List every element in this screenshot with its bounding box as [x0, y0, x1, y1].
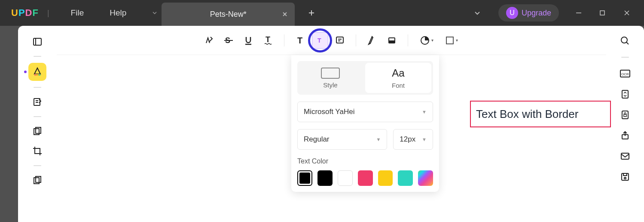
maximize-button[interactable] [599, 10, 617, 16]
page-textbox[interactable]: Text Box with Border [470, 101, 611, 127]
color-swatch-selected[interactable] [297, 170, 312, 186]
annotation-toolbar: S T T T [57, 26, 606, 55]
annotate-mode-icon[interactable] [28, 63, 46, 81]
svg-rect-0 [600, 11, 604, 15]
right-sidebar: OCR [606, 26, 644, 222]
email-icon[interactable] [618, 149, 632, 163]
new-tab-button[interactable] [308, 9, 315, 17]
svg-rect-14 [389, 40, 395, 43]
stamp-tool-icon[interactable]: ▾ [440, 31, 463, 49]
title-bar: UPDF | File Help Pets-New* U Upgrade [0, 0, 644, 26]
font-tab-label: Font [392, 82, 405, 89]
svg-point-17 [621, 37, 627, 43]
pencil-tool-icon[interactable] [363, 31, 381, 49]
strikethrough-tool-icon[interactable]: S [220, 31, 238, 49]
sticker-tool-icon[interactable]: ▾ [415, 31, 438, 49]
color-swatch-custom[interactable] [418, 170, 433, 186]
save-icon[interactable] [618, 170, 632, 184]
svg-rect-26 [623, 173, 627, 176]
toolbar-separator [356, 34, 356, 46]
convert-icon[interactable] [618, 87, 632, 102]
text-tool-icon[interactable]: T [291, 31, 309, 49]
search-icon[interactable] [618, 34, 632, 48]
edit-mode-icon[interactable] [29, 94, 46, 110]
active-indicator [24, 71, 27, 73]
font-aa-icon: Aa [392, 67, 404, 79]
menu-help[interactable]: Help [110, 8, 126, 18]
avatar: U [506, 7, 518, 19]
text-color-label: Text Color [297, 157, 433, 165]
color-swatch-teal[interactable] [398, 170, 413, 186]
title-bar-right: U Upgrade [473, 4, 644, 22]
svg-rect-2 [34, 74, 40, 76]
svg-rect-22 [624, 114, 626, 117]
chevron-down-icon[interactable] [473, 9, 481, 17]
close-button[interactable] [623, 9, 641, 16]
tab-list-dropdown[interactable] [148, 3, 162, 23]
close-icon[interactable] [282, 11, 288, 17]
chevron-down-icon: ▼ [422, 109, 427, 114]
textbox-tool-icon[interactable]: T [311, 31, 329, 49]
share-icon[interactable] [618, 128, 632, 143]
textbox-properties-popup: Style Aa Font Microsoft YaHei ▼ Regular … [291, 55, 439, 192]
color-swatch-yellow[interactable] [378, 170, 393, 186]
font-weight-dropdown[interactable]: Regular ▼ [297, 129, 387, 150]
svg-text:OCR: OCR [621, 72, 629, 76]
color-swatch-pink[interactable] [358, 170, 373, 186]
svg-rect-21 [622, 111, 628, 119]
underline-tool-icon[interactable] [239, 31, 257, 49]
sidebar-separator [34, 116, 41, 117]
tab-area: Pets-New* [148, 0, 315, 26]
protect-icon[interactable] [618, 108, 632, 122]
far-left-gutter [0, 26, 18, 222]
ocr-icon[interactable]: OCR [618, 66, 632, 81]
popup-tabs: Style Aa Font [297, 61, 433, 95]
color-swatch-black[interactable] [317, 170, 333, 186]
upgrade-button[interactable]: U Upgrade [498, 4, 559, 22]
sidebar-separator [621, 57, 629, 58]
sidebar-separator [34, 87, 41, 88]
highlight-tool-icon[interactable] [200, 31, 218, 49]
sidebar-separator [34, 56, 41, 57]
textbox-content: Text Box with Border [476, 108, 578, 121]
eraser-tool-icon[interactable] [383, 31, 401, 49]
menu-file[interactable]: File [71, 8, 84, 18]
content-area: S T T T [0, 26, 644, 222]
upgrade-label: Upgrade [522, 9, 551, 18]
svg-text:T: T [297, 36, 302, 45]
svg-rect-20 [622, 90, 628, 98]
style-tab[interactable]: Style [297, 61, 363, 95]
tools-icon[interactable] [29, 172, 46, 188]
minimize-button[interactable] [575, 9, 592, 16]
squiggly-tool-icon[interactable]: T [259, 31, 277, 49]
font-family-value: Microsoft YaHei [304, 108, 354, 116]
color-swatches [297, 170, 433, 186]
style-tab-label: Style [323, 81, 337, 89]
crop-icon[interactable] [29, 143, 46, 159]
app-logo: UPDF [11, 7, 39, 18]
tab-active[interactable]: Pets-New* [162, 3, 295, 26]
svg-rect-16 [446, 37, 453, 44]
style-rect-icon [321, 68, 340, 79]
reader-mode-icon[interactable] [29, 34, 46, 50]
svg-rect-24 [621, 153, 629, 159]
sticky-note-tool-icon[interactable] [331, 31, 349, 49]
svg-point-27 [624, 177, 626, 179]
font-family-dropdown[interactable]: Microsoft YaHei ▼ [297, 102, 433, 122]
chevron-down-icon: ▼ [422, 137, 427, 142]
tab-label: Pets-New* [210, 10, 247, 19]
color-swatch-white[interactable] [338, 170, 353, 186]
selection-ring [308, 28, 332, 52]
svg-rect-12 [336, 37, 343, 43]
font-size-value: 12px [400, 135, 415, 144]
divider: | [47, 9, 49, 18]
main-canvas: S T T T [57, 26, 606, 222]
svg-rect-1 [34, 38, 41, 45]
font-weight-value: Regular [304, 135, 330, 144]
left-sidebar [18, 26, 57, 222]
font-tab[interactable]: Aa Font [365, 63, 431, 93]
font-size-dropdown[interactable]: 12px ▼ [393, 129, 433, 150]
organize-pages-icon[interactable] [29, 123, 46, 139]
toolbar-separator [284, 34, 284, 46]
svg-text:T: T [266, 35, 270, 44]
